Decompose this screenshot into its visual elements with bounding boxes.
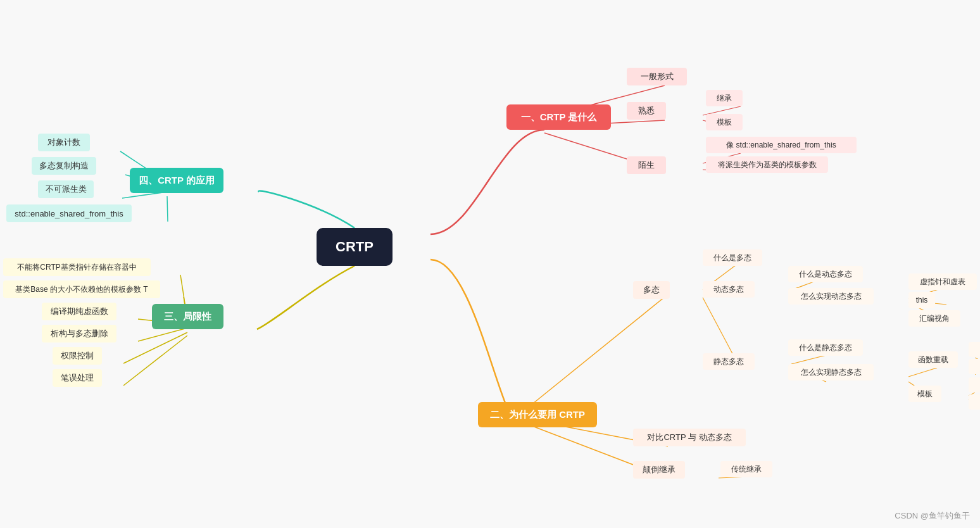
node-what-dynamic: 什么是动态多态 <box>788 266 863 282</box>
svg-line-20 <box>908 368 937 377</box>
vtable-label: 虚指针和虚表 <box>920 277 965 287</box>
limit4-label: 析构与多态删除 <box>51 328 108 339</box>
node-limit4: 析构与多态删除 <box>42 325 116 343</box>
svg-line-7 <box>519 294 668 415</box>
poly-copy-label: 多态复制构造 <box>39 160 89 172</box>
what-poly-label: 什么是多态 <box>713 253 751 263</box>
derived-base-label: 将派生类作为基类的模板参数 <box>718 160 817 170</box>
crtp-why-label: 二、为什么要用 CRTP <box>490 409 585 421</box>
node-unfamiliar: 陌生 <box>627 156 666 174</box>
node-dynamic-poly: 动态多态 <box>703 281 755 298</box>
limit6-label: 笔误处理 <box>61 372 94 384</box>
node-what-static: 什么是静态多态 <box>788 339 863 356</box>
crtp-limit-label: 三、局限性 <box>164 311 211 323</box>
node-obj-count: 对象计数 <box>38 134 90 151</box>
node-limit2: 基类Base 的大小不依赖他的模板参数 T <box>3 280 160 298</box>
this-label: this <box>916 296 928 305</box>
limit5-label: 权限控制 <box>61 350 94 361</box>
node-how-dynamic: 怎么实现动态多态 <box>788 288 874 305</box>
limit3-label: 编译期纯虚函数 <box>51 306 108 317</box>
template-static-label: 模板 <box>917 389 933 399</box>
obj-count-label: 对象计数 <box>47 137 80 148</box>
svg-line-30 <box>167 196 168 222</box>
svg-line-18 <box>791 355 826 364</box>
static-poly-label: 静态多态 <box>713 356 744 367</box>
node-assembly: 汇编视角 <box>908 310 960 327</box>
assembly-label: 汇编视角 <box>919 313 950 324</box>
template-label: 模板 <box>717 117 732 128</box>
what-dynamic-label: 什么是动态多态 <box>799 269 852 280</box>
node-derived-base: 将派生类作为基类的模板参数 <box>706 156 828 173</box>
func-overload-label: 函数重载 <box>918 355 948 365</box>
node-template: 模板 <box>706 114 743 130</box>
limit2-label: 基类Base 的大小不依赖他的模板参数 T <box>15 284 148 295</box>
node-template-static: 模板 <box>908 386 941 402</box>
node-crtp-recursive: CRTP 奇异递归模板 <box>969 394 980 410</box>
inverted-inherit-label: 颠倒继承 <box>643 464 675 475</box>
center-label: CRTP <box>336 239 374 255</box>
general-form-label: 一般形式 <box>641 71 674 82</box>
node-no-derive: 不可派生类 <box>38 180 94 198</box>
limit1-label: 不能将CRTP基类指针存储在容器中 <box>17 262 136 273</box>
node-inverted-inherit: 颠倒继承 <box>633 461 685 479</box>
traditional-inherit-label: 传统继承 <box>731 464 762 475</box>
enable-shared-label: 像 std::enable_shared_from_this <box>726 140 836 151</box>
node-enable-shared: 像 std::enable_shared_from_this <box>706 137 857 153</box>
crtp-what-label: 一、CRTP 是什么 <box>521 111 597 123</box>
svg-line-36 <box>123 336 187 386</box>
familiar-label: 熟悉 <box>638 105 655 116</box>
how-dynamic-label: 怎么实现动态多态 <box>801 291 862 302</box>
watermark: CSDN @鱼竿钓鱼干 <box>895 510 970 522</box>
node-vtable: 虚指针和虚表 <box>908 273 977 290</box>
compare-crtp-label: 对比CRTP 与 动态多态 <box>647 432 731 443</box>
node-traditional-inherit: 传统继承 <box>720 461 772 477</box>
node-polymorphism: 多态 <box>633 281 670 299</box>
node-limit5: 权限控制 <box>53 347 102 365</box>
node-familiar: 熟悉 <box>627 102 666 120</box>
svg-line-34 <box>138 328 187 341</box>
node-compare-crtp: 对比CRTP 与 动态多态 <box>633 429 746 446</box>
how-static-label: 怎么实现静态多态 <box>801 367 862 378</box>
no-derive-label: 不可派生类 <box>46 184 87 195</box>
node-enable-shared-app: std::enable_shared_from_this <box>6 204 132 222</box>
what-static-label: 什么是静态多态 <box>799 343 852 353</box>
node-func-overload: 函数重载 <box>908 351 958 368</box>
crtp-app-label: 四、CRTP 的应用 <box>139 175 215 187</box>
dynamic-poly-label: 动态多态 <box>713 284 744 295</box>
node-general-form: 一般形式 <box>627 68 687 85</box>
inheritance-label: 继承 <box>717 93 732 104</box>
node-normal-template: 普通模板 <box>969 377 980 393</box>
branch-crtp-why: 二、为什么要用 CRTP <box>478 402 597 427</box>
node-member-func-overload: 成员函数重载 <box>969 359 980 374</box>
branch-crtp-limit: 三、局限性 <box>152 304 223 329</box>
unfamiliar-label: 陌生 <box>638 160 655 171</box>
center-node: CRTP <box>317 228 393 266</box>
polymorphism-label: 多态 <box>643 284 660 296</box>
node-normal-func-overload: 普通函数重载 <box>969 342 980 357</box>
branch-crtp-what: 一、CRTP 是什么 <box>506 104 611 130</box>
node-limit3: 编译期纯虚函数 <box>42 303 116 320</box>
node-what-poly: 什么是多态 <box>703 249 762 266</box>
node-this: this <box>908 292 935 308</box>
node-limit1: 不能将CRTP基类指针存储在容器中 <box>3 258 151 276</box>
node-how-static: 怎么实现静态多态 <box>788 364 874 380</box>
node-limit6: 笔误处理 <box>53 369 102 387</box>
node-inheritance: 继承 <box>706 90 743 106</box>
node-poly-copy: 多态复制构造 <box>32 157 96 175</box>
node-static-poly: 静态多态 <box>703 353 755 370</box>
branch-crtp-app: 四、CRTP 的应用 <box>130 168 223 193</box>
enable-shared-app-label: std::enable_shared_from_this <box>15 209 123 218</box>
watermark-text: CSDN @鱼竿钓鱼干 <box>895 511 970 520</box>
